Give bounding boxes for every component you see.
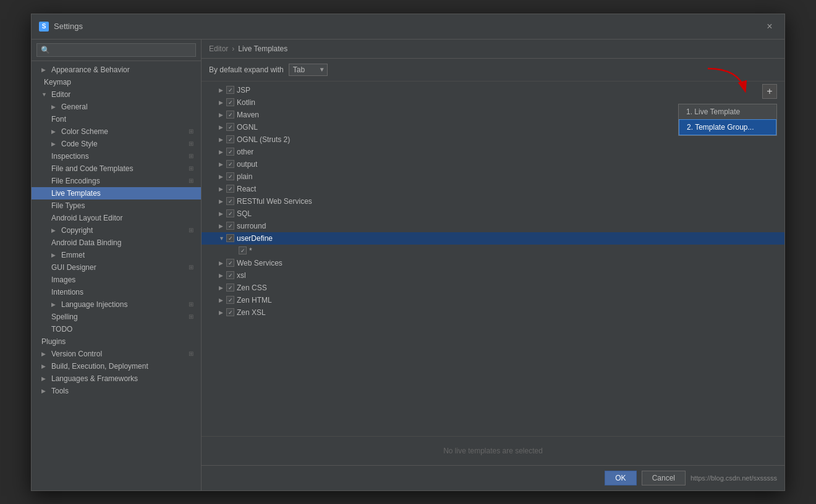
dropdown-live-template[interactable]: 1. Live Template — [679, 104, 776, 119]
template-row-zen-xsl[interactable]: Zen XSL — [202, 306, 784, 319]
sidebar-item-languages-frameworks[interactable]: Languages & Frameworks — [32, 372, 201, 385]
template-row-plain[interactable]: plain — [202, 170, 784, 183]
ok-button[interactable]: OK — [605, 471, 636, 485]
dialog-body: Appearance & Behavior Keymap Editor Gene… — [32, 40, 784, 490]
template-row-zen-html[interactable]: Zen HTML — [202, 294, 784, 306]
template-row-sql[interactable]: SQL — [202, 208, 784, 220]
checkbox-ognl-struts[interactable] — [226, 135, 234, 143]
sidebar-item-copyright[interactable]: Copyright ⊞ — [32, 224, 201, 237]
template-name: Zen CSS — [237, 284, 780, 292]
checkbox-sql[interactable] — [226, 209, 234, 217]
sidebar-item-label: Version Control — [51, 350, 102, 358]
arrow-icon — [51, 104, 59, 110]
arrow-icon — [219, 186, 226, 192]
checkbox-web-services[interactable] — [226, 259, 234, 267]
template-name: Zen HTML — [237, 296, 780, 304]
sidebar-item-version-control[interactable]: Version Control ⊞ — [32, 348, 201, 360]
template-row-web-services[interactable]: Web Services — [202, 257, 784, 269]
template-row-surround[interactable]: surround — [202, 220, 784, 232]
search-input[interactable] — [36, 43, 196, 57]
template-name: OGNL (Struts 2) — [237, 135, 780, 144]
checkbox-xsl[interactable] — [226, 271, 234, 279]
sidebar-item-android-layout-editor[interactable]: Android Layout Editor — [32, 212, 201, 224]
arrow-icon — [51, 141, 59, 147]
sidebar-item-color-scheme[interactable]: Color Scheme ⊞ — [32, 125, 201, 138]
checkbox-react[interactable] — [226, 185, 234, 193]
sidebar-item-label: Spelling — [51, 313, 78, 321]
sidebar-item-general[interactable]: General — [32, 101, 201, 113]
arrow-icon — [219, 309, 226, 316]
breadcrumb-parent: Editor — [209, 44, 228, 53]
template-row-userdefine[interactable]: userDefine — [202, 232, 784, 245]
sidebar-item-tools[interactable]: Tools — [32, 385, 201, 397]
close-button[interactable]: × — [762, 19, 777, 34]
sidebar-item-code-style[interactable]: Code Style ⊞ — [32, 138, 201, 150]
checkbox-star[interactable] — [239, 246, 247, 254]
checkbox-other[interactable] — [226, 148, 234, 156]
cancel-button[interactable]: Cancel — [642, 471, 686, 485]
checkbox-plain[interactable] — [226, 172, 234, 180]
sidebar-item-label: File and Code Templates — [51, 164, 134, 173]
add-button[interactable]: + — [762, 84, 777, 99]
arrow-icon — [219, 112, 226, 118]
search-box — [32, 40, 201, 61]
sidebar-item-build-exec[interactable]: Build, Execution, Deployment — [32, 360, 201, 372]
sidebar-item-file-encodings[interactable]: File Encodings ⊞ — [32, 175, 201, 187]
sidebar-item-android-data-binding[interactable]: Android Data Binding — [32, 237, 201, 249]
sidebar-item-file-code-templates[interactable]: File and Code Templates ⊞ — [32, 162, 201, 175]
arrow-icon — [219, 297, 226, 303]
sidebar-item-live-templates[interactable]: Live Templates — [32, 187, 201, 200]
arrow-icon — [51, 252, 59, 258]
sidebar-item-label: File Encodings — [51, 177, 100, 185]
arrow-icon — [219, 136, 226, 143]
copy-icon: ⊞ — [189, 140, 193, 147]
sidebar-item-editor[interactable]: Editor — [32, 88, 201, 101]
checkbox-zen-css[interactable] — [226, 284, 234, 292]
checkbox-kotlin[interactable] — [226, 98, 234, 106]
template-row-react[interactable]: React — [202, 183, 784, 195]
sidebar-item-todo[interactable]: TODO — [32, 323, 201, 335]
sidebar-item-language-injections[interactable]: Language Injections ⊞ — [32, 298, 201, 311]
expand-select[interactable]: Tab Space Enter — [289, 64, 328, 76]
sidebar-item-file-types[interactable]: File Types — [32, 200, 201, 212]
checkbox-userdefine[interactable] — [226, 234, 234, 242]
template-row-zen-css[interactable]: Zen CSS — [202, 282, 784, 294]
template-name: surround — [237, 222, 780, 230]
checkbox-surround[interactable] — [226, 222, 234, 230]
template-row-output[interactable]: output — [202, 158, 784, 170]
sidebar-item-inspections[interactable]: Inspections ⊞ — [32, 150, 201, 162]
checkbox-output[interactable] — [226, 160, 234, 168]
copy-icon: ⊞ — [189, 165, 193, 172]
sidebar-item-gui-designer[interactable]: GUI Designer ⊞ — [32, 261, 201, 274]
sidebar-item-font[interactable]: Font — [32, 113, 201, 125]
template-row-other[interactable]: other — [202, 146, 784, 158]
checkbox-jsp[interactable] — [226, 86, 234, 94]
sidebar-item-images[interactable]: Images — [32, 274, 201, 286]
sidebar-item-emmet[interactable]: Emmet — [32, 249, 201, 261]
sidebar-item-label: Tools — [51, 387, 69, 395]
arrow-icon — [219, 87, 226, 93]
template-row-star[interactable]: * — [202, 245, 784, 257]
sidebar-item-label: Languages & Frameworks — [51, 374, 138, 383]
template-row-restful[interactable]: RESTful Web Services — [202, 195, 784, 208]
sidebar-item-appearance[interactable]: Appearance & Behavior — [32, 64, 201, 76]
template-row-xsl[interactable]: xsl — [202, 269, 784, 282]
arrow-icon — [219, 161, 226, 167]
checkbox-restful[interactable] — [226, 197, 234, 205]
sidebar-item-spelling[interactable]: Spelling ⊞ — [32, 311, 201, 323]
checkbox-zen-html[interactable] — [226, 296, 234, 304]
app-icon: S — [39, 22, 49, 32]
arrow-icon — [219, 124, 226, 130]
sidebar-item-intentions[interactable]: Intentions — [32, 286, 201, 298]
sidebar-item-plugins[interactable]: Plugins — [32, 335, 201, 348]
checkbox-maven[interactable] — [226, 111, 234, 119]
expand-select-wrapper: Tab Space Enter ▼ — [289, 64, 328, 76]
checkbox-ognl[interactable] — [226, 123, 234, 131]
template-row-jsp[interactable]: JSP — [202, 84, 784, 96]
sidebar-item-keymap[interactable]: Keymap — [32, 76, 201, 88]
template-name: SQL — [237, 209, 780, 218]
checkbox-zen-xsl[interactable] — [226, 308, 234, 316]
copy-icon: ⊞ — [189, 128, 193, 135]
dropdown-template-group[interactable]: 2. Template Group... — [679, 119, 776, 135]
sidebar-item-label: File Types — [51, 201, 85, 210]
